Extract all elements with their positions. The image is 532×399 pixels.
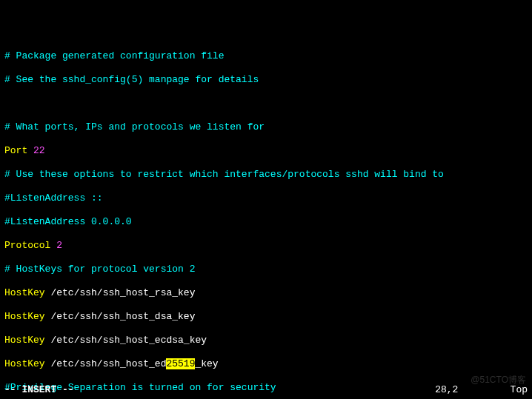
comment-line: # What ports, IPs and protocols we liste… xyxy=(4,121,528,133)
blank-line xyxy=(4,98,528,110)
vim-position-indicator: 28,2 Top xyxy=(435,384,528,396)
comment-line: # Use these options to restrict which in… xyxy=(4,169,528,181)
comment-line: # See the sshd_config(5) manpage for det… xyxy=(4,74,528,86)
config-hostkey[interactable]: HostKey /etc/ssh/ssh_host_ed25519_key xyxy=(4,358,528,370)
config-hostkey[interactable]: HostKey /etc/ssh/ssh_host_rsa_key xyxy=(4,287,528,299)
search-highlight: 25519 xyxy=(166,358,195,369)
comment-line: # Package generated configuration file xyxy=(4,50,528,62)
config-listenaddress: #ListenAddress :: xyxy=(4,192,528,204)
config-hostkey[interactable]: HostKey /etc/ssh/ssh_host_dsa_key xyxy=(4,311,528,323)
config-port[interactable]: Port 22 xyxy=(4,145,528,157)
vim-mode-indicator: -- INSERT -- xyxy=(4,384,74,396)
config-listenaddress: #ListenAddress 0.0.0.0 xyxy=(4,216,528,228)
config-hostkey[interactable]: HostKey /etc/ssh/ssh_host_ecdsa_key xyxy=(4,335,528,346)
comment-line: # HostKeys for protocol version 2 xyxy=(4,264,528,275)
watermark: @51CTO博客 xyxy=(471,374,526,386)
config-protocol[interactable]: Protocol 2 xyxy=(4,240,528,252)
